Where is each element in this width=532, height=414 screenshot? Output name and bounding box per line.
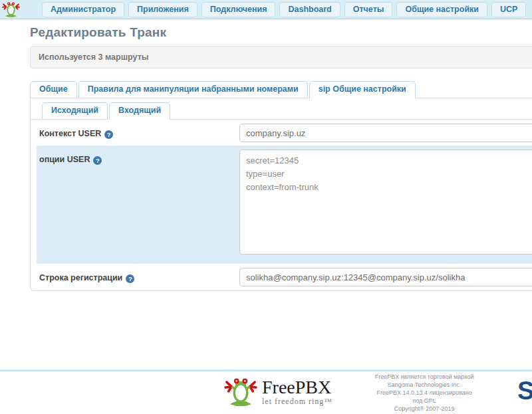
page-title: Редактировать Транк (30, 25, 532, 40)
main-content: Редактировать Транк Используется 3 маршр… (0, 25, 532, 291)
freepbx-frog-icon[interactable] (2, 1, 20, 19)
legal-line: Sangoma Technologies Inc. (371, 381, 477, 389)
nav-item-reports[interactable]: Отчеты (344, 2, 393, 17)
tab-sip-settings[interactable]: sip Общие настройки (309, 81, 416, 98)
top-navbar: Администратор Приложения Подключения Das… (0, 0, 532, 19)
freepbx-frog-logo (223, 377, 258, 409)
nav-item-connectivity[interactable]: Подключения (201, 2, 276, 17)
form-row-register-string: Строка регистрации? (37, 264, 532, 290)
help-icon[interactable]: ? (126, 274, 134, 283)
tab-dialed-number-manipulation-rules[interactable]: Правила для манипуляции набранными номер… (78, 81, 308, 98)
tab-general[interactable]: Общие (30, 81, 77, 98)
nav-item-settings[interactable]: Общие настройки (396, 2, 487, 17)
freepbx-tagline: let freedom ring™ (262, 397, 332, 407)
user-context-control (239, 124, 532, 142)
register-string-label-text: Строка регистрации (39, 273, 122, 282)
form-row-user-details: опции USER? secret=12345 type=user conte… (37, 146, 532, 264)
nav-item-ucp[interactable]: UCP (491, 2, 526, 17)
nav-item-dashboard[interactable]: Dashboard (279, 2, 340, 17)
sangoma-logo: S. (517, 377, 532, 405)
sip-settings-panel: Исходящий Входящий Контекст USER? опции … (30, 98, 532, 291)
freepbx-brand: FreePBX let freedom ring™ (223, 377, 332, 409)
legal-line: FreePBX является торговой маркой (371, 373, 477, 381)
register-string-label: Строка регистрации? (39, 268, 239, 283)
user-context-input[interactable] (239, 124, 532, 142)
nav-item-admin[interactable]: Администратор (42, 2, 124, 17)
nav-item-applications[interactable]: Приложения (128, 2, 198, 17)
trunk-tabs: Общие Правила для манипуляции набранными… (30, 81, 532, 98)
help-icon[interactable]: ? (93, 156, 102, 165)
help-icon[interactable]: ? (104, 130, 113, 139)
tab-incoming[interactable]: Входящий (109, 102, 170, 120)
routes-usage-alert: Используется 3 маршруты (30, 46, 532, 68)
freepbx-wordmark: FreePBX let freedom ring™ (262, 379, 332, 407)
tab-outgoing[interactable]: Исходящий (42, 102, 108, 119)
legal-line: FreePBX 14.0.13.4 лицензировано под GPL (371, 389, 477, 405)
footer-legal-text: FreePBX является торговой маркой Sangoma… (371, 373, 477, 413)
form-row-user-context: Контекст USER? (37, 120, 532, 146)
legal-line: Copyright® 2007-2019 (371, 405, 477, 413)
freepbx-brand-name: FreePBX (262, 379, 332, 396)
user-details-label: опции USER? (39, 150, 239, 165)
page-footer: FreePBX let freedom ring™ FreePBX являет… (0, 369, 532, 414)
user-details-label-text: опции USER (39, 155, 90, 164)
user-details-textarea[interactable]: secret=12345 type=user context=from-trun… (239, 150, 532, 255)
sip-direction-tabs: Исходящий Входящий (31, 98, 532, 120)
user-details-control: secret=12345 type=user context=from-trun… (239, 150, 532, 257)
user-context-label-text: Контекст USER (39, 129, 101, 138)
register-string-control (239, 268, 532, 286)
register-string-input[interactable] (239, 268, 532, 286)
user-context-label: Контекст USER? (39, 124, 239, 139)
